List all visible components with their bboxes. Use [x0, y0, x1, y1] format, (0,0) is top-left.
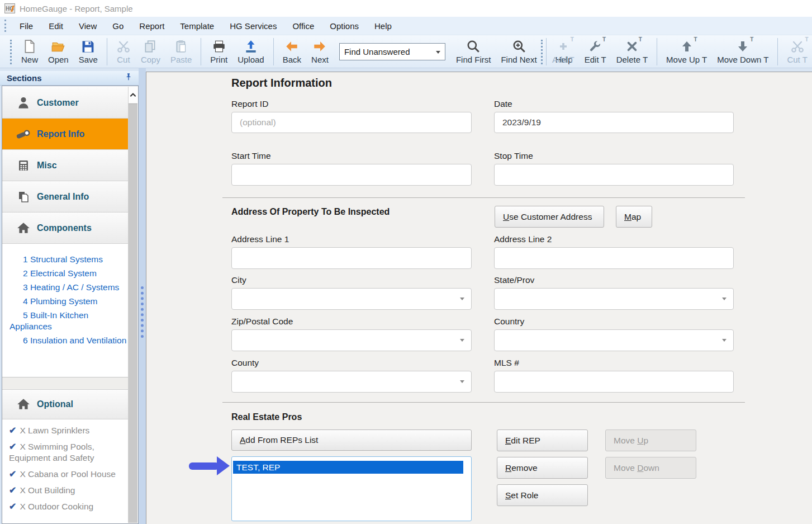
edit-t-button[interactable]: T Edit T	[580, 37, 611, 67]
sidebar-item-customer[interactable]: Customer	[2, 87, 129, 119]
find-mode-dropdown[interactable]: Find Unanswered	[339, 43, 445, 60]
optional-item-out-building[interactable]: ✔X Out Building	[9, 485, 129, 496]
menu-options[interactable]: Options	[322, 18, 367, 34]
cut-t-scissors-icon: T	[790, 38, 805, 55]
menu-edit[interactable]: Edit	[41, 18, 71, 34]
check-icon: ✔	[9, 442, 16, 451]
city-dropdown[interactable]	[231, 288, 472, 310]
menu-hg-services[interactable]: HG Services	[222, 18, 284, 34]
menu-view[interactable]: View	[71, 18, 105, 34]
open-folder-icon	[51, 38, 65, 55]
set-role-button[interactable]: Set Role	[497, 484, 588, 506]
page-title: Report Information	[231, 77, 332, 89]
add-t-button[interactable]: T Add T	[547, 37, 580, 67]
menu-go[interactable]: Go	[105, 18, 131, 34]
homegauge-window: HG HomeGauge - Report, Sample File Edit …	[0, 0, 812, 524]
move-down-t-button[interactable]: T Move Down T	[712, 37, 773, 67]
optional-item-outdoor-cooking[interactable]: ✔X Outdoor Cooking	[9, 501, 129, 512]
find-next-button[interactable]: Find Next	[496, 37, 542, 67]
menu-office[interactable]: Office	[284, 18, 322, 34]
delete-t-x-icon: T	[626, 38, 638, 55]
pin-icon[interactable]	[124, 73, 133, 84]
cut-t-button[interactable]: T Cut T	[782, 37, 812, 67]
optional-list: ✔X Lawn Sprinklers ✔X Swimming Pools, Eq…	[2, 425, 129, 517]
menu-grip-handle[interactable]	[4, 20, 6, 32]
menu-template[interactable]: Template	[172, 18, 222, 34]
save-button[interactable]: Save	[74, 37, 103, 67]
next-arrow-icon	[312, 38, 327, 55]
toolbar-separator	[107, 38, 107, 65]
menu-report[interactable]: Report	[131, 18, 172, 34]
chevron-down-icon	[722, 339, 726, 342]
date-input[interactable]	[494, 112, 734, 133]
optional-item-lawn-sprinklers[interactable]: ✔X Lawn Sprinklers	[9, 425, 129, 436]
scroll-up-icon[interactable]	[129, 87, 137, 103]
next-button[interactable]: Next	[306, 37, 334, 67]
start-time-input[interactable]	[231, 164, 472, 186]
sections-panel: Customer Report Info Misc General Info C…	[2, 86, 139, 524]
component-link-structural[interactable]: 1 Structural Systems	[10, 254, 129, 265]
edit-rep-button[interactable]: Edit REP	[497, 429, 588, 451]
optional-item-cabana[interactable]: ✔X Cabana or Pool House	[9, 469, 129, 480]
upload-button[interactable]: Upload	[232, 37, 269, 67]
back-button[interactable]: Back	[278, 37, 306, 67]
zip-label: Zip/Postal Code	[231, 317, 293, 327]
sections-title: Sections	[7, 73, 42, 83]
sidebar-item-misc[interactable]: Misc	[2, 150, 129, 181]
component-link-insulation[interactable]: 6 Insulation and Ventilation	[10, 335, 129, 346]
state-label: State/Prov	[494, 275, 534, 285]
use-customer-address-button[interactable]: Use Customer Address	[495, 206, 604, 228]
sidebar-item-general-info[interactable]: General Info	[2, 181, 129, 213]
cut-button[interactable]: Cut	[111, 37, 136, 67]
reps-listbox[interactable]: TEST, REP	[231, 456, 472, 521]
new-button[interactable]: New	[16, 37, 43, 67]
scrollbar-thumb[interactable]	[129, 103, 137, 523]
remove-button[interactable]: Remove	[497, 457, 588, 479]
menu-file[interactable]: File	[12, 18, 41, 34]
paste-clipboard-icon	[174, 38, 188, 55]
component-link-heating[interactable]: 3 Heating / AC / Systems	[10, 282, 129, 293]
county-dropdown[interactable]	[231, 371, 472, 393]
sidebar-item-report-info[interactable]: Report Info	[2, 119, 129, 150]
open-button[interactable]: Open	[43, 37, 74, 67]
move-up-t-button[interactable]: T Move Up T	[661, 37, 712, 67]
toolbar-separator	[273, 38, 274, 65]
find-first-button[interactable]: Find First	[451, 37, 496, 67]
menu-help[interactable]: Help	[367, 18, 400, 34]
house-icon	[16, 221, 31, 235]
state-dropdown[interactable]	[494, 288, 734, 310]
date-label: Date	[494, 99, 512, 109]
component-link-plumbing[interactable]: 4 Plumbing System	[10, 296, 129, 307]
address-line1-input[interactable]	[231, 247, 472, 269]
copy-button[interactable]: Copy	[136, 37, 165, 67]
toolbar2-grip-handle[interactable]	[541, 40, 543, 64]
person-icon	[16, 96, 31, 110]
check-icon: ✔	[9, 485, 16, 495]
sidebar-item-optional[interactable]: Optional	[2, 389, 129, 419]
country-dropdown[interactable]	[494, 329, 734, 351]
panel-splitter[interactable]	[139, 68, 146, 524]
toolbar-grip-handle[interactable]	[10, 40, 12, 64]
back-arrow-icon	[284, 38, 299, 55]
paste-button[interactable]: Paste	[165, 37, 197, 67]
report-id-input[interactable]	[231, 112, 472, 133]
sidebar-item-components[interactable]: Components	[2, 213, 129, 244]
rep-list-item-selected[interactable]: TEST, REP	[233, 461, 463, 474]
optional-item-swimming-pools[interactable]: ✔X Swimming Pools, Equipment and Safety	[9, 441, 129, 464]
address-line2-input[interactable]	[494, 247, 734, 269]
move-down-button[interactable]: Move Down	[605, 457, 696, 479]
zip-dropdown[interactable]	[231, 329, 472, 351]
sidebar-scrollbar[interactable]	[128, 87, 137, 523]
add-from-reps-list-button[interactable]: Add From REPs List	[231, 429, 472, 451]
stop-time-input[interactable]	[494, 164, 734, 186]
map-button[interactable]: Map	[616, 206, 652, 228]
component-link-kitchen[interactable]: 5 Built-In Kitchen Appliances	[10, 310, 129, 332]
move-up-button[interactable]: Move Up	[605, 429, 696, 451]
chevron-down-icon	[460, 339, 464, 342]
mls-input[interactable]	[494, 371, 734, 393]
print-button[interactable]: Print	[205, 37, 232, 67]
toolbar: New Open Save Cut Copy Paste	[0, 35, 812, 68]
component-link-electrical[interactable]: 2 Electrical System	[10, 268, 129, 279]
add-t-plus-icon: T	[557, 38, 570, 55]
delete-t-button[interactable]: T Delete T	[611, 37, 653, 67]
